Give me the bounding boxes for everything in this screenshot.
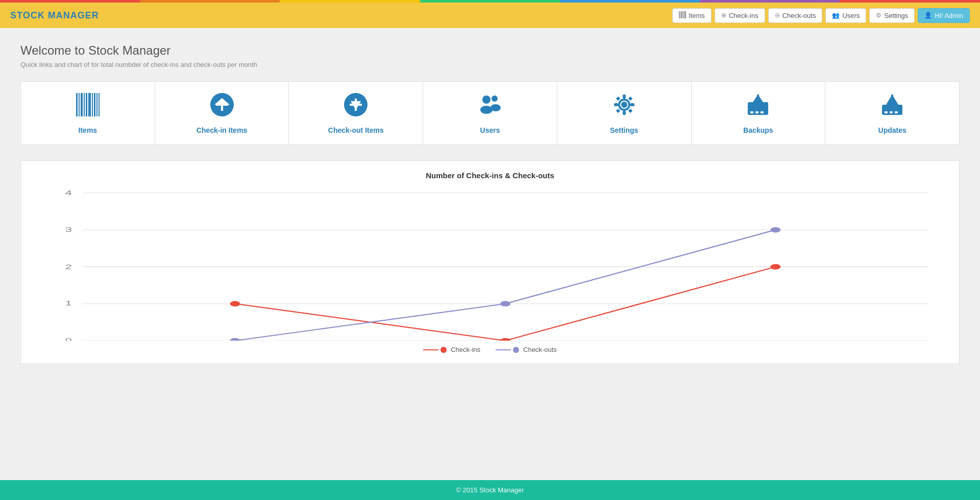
- footer: © 2015 Stock Manager: [0, 480, 980, 500]
- checkin-icon: ⊕: [721, 12, 726, 19]
- nav-items-label: Items: [689, 12, 705, 19]
- checkout-icon: ⊖: [775, 12, 780, 19]
- quick-link-checkin-label: Check-in Items: [197, 126, 248, 134]
- nav-checkouts-button[interactable]: ⊖ Check-outs: [768, 8, 823, 23]
- chart-svg: 4 3 2 1 0 Jun 2015 Jul 2015 Aug 2015: [31, 187, 949, 341]
- quick-link-users-label: Users: [480, 126, 500, 134]
- footer-text: © 2015 Stock Manager: [456, 486, 524, 494]
- svg-rect-10: [86, 93, 87, 116]
- nav-user-label: Hi! Admin: [935, 12, 963, 19]
- quick-link-items-label: Items: [79, 126, 97, 134]
- nav-checkins-label: Check-ins: [729, 12, 758, 19]
- svg-rect-48: [895, 111, 898, 113]
- checkouts-line-legend: [496, 349, 511, 350]
- users-ql-icon: [477, 92, 503, 122]
- legend-checkouts: Check-outs: [496, 346, 557, 353]
- nav-checkouts-label: Check-outs: [782, 12, 816, 19]
- brand-logo: STOCK MANAGER: [10, 10, 99, 21]
- svg-rect-40: [750, 111, 753, 113]
- checkout-ql-icon: [343, 92, 369, 122]
- svg-rect-7: [79, 93, 80, 116]
- svg-rect-1: [680, 11, 681, 18]
- svg-rect-8: [81, 93, 83, 116]
- items-icon: [75, 92, 101, 122]
- svg-rect-46: [885, 111, 888, 113]
- svg-text:3: 3: [65, 226, 72, 233]
- nav-users-button[interactable]: 👥 Users: [825, 8, 866, 23]
- quick-link-backups[interactable]: Backups: [692, 82, 826, 145]
- svg-point-24: [482, 96, 491, 104]
- svg-rect-35: [616, 109, 620, 113]
- updates-ql-icon: [879, 92, 905, 122]
- svg-point-65: [230, 338, 240, 341]
- svg-text:4: 4: [65, 189, 72, 197]
- chart-title: Number of Check-ins & Check-outs: [31, 171, 949, 180]
- checkins-line-legend: [423, 349, 438, 350]
- svg-rect-5: [685, 11, 686, 18]
- svg-point-63: [500, 338, 510, 341]
- svg-rect-11: [88, 93, 91, 116]
- nav-checkins-button[interactable]: ⊕ Check-ins: [715, 8, 765, 23]
- quick-link-checkout-label: Check-out Items: [328, 126, 384, 134]
- users-nav-icon: 👥: [832, 12, 840, 19]
- svg-point-26: [492, 96, 498, 102]
- page-subtitle: Quick links and chart of for total numbd…: [20, 61, 960, 68]
- header: STOCK MANAGER Items ⊕ Check-ins ⊖ Check-…: [0, 3, 980, 28]
- svg-rect-29: [623, 94, 626, 99]
- svg-rect-15: [99, 93, 100, 116]
- svg-rect-6: [76, 93, 78, 116]
- page-title: Welcome to Stock Manager: [20, 43, 960, 58]
- svg-rect-13: [94, 93, 95, 116]
- svg-point-28: [621, 102, 627, 108]
- settings-ql-icon: [611, 92, 637, 122]
- quick-link-settings[interactable]: Settings: [557, 82, 692, 145]
- svg-rect-30: [623, 111, 626, 115]
- checkin-ql-icon: [209, 92, 235, 122]
- chart-legend: Check-ins Check-outs: [31, 346, 949, 353]
- nav-settings-label: Settings: [884, 12, 908, 19]
- quick-link-checkin[interactable]: Check-in Items: [155, 82, 289, 145]
- svg-rect-42: [761, 111, 764, 113]
- svg-point-67: [770, 227, 780, 233]
- svg-text:0: 0: [65, 337, 72, 341]
- quick-link-backups-label: Backups: [743, 126, 773, 134]
- main-content: Welcome to Stock Manager Quick links and…: [0, 28, 980, 480]
- svg-rect-34: [628, 97, 632, 101]
- quick-link-updates[interactable]: Updates: [825, 82, 959, 145]
- gear-nav-icon: ⚙: [876, 12, 881, 19]
- quick-link-updates-label: Updates: [878, 126, 906, 134]
- legend-checkins-label: Check-ins: [451, 346, 480, 353]
- svg-rect-3: [683, 11, 683, 18]
- svg-rect-14: [96, 93, 97, 116]
- svg-rect-4: [684, 11, 685, 18]
- svg-rect-47: [890, 111, 893, 113]
- svg-rect-12: [92, 93, 93, 116]
- chart-container: Number of Check-ins & Check-outs 4 3 2 1…: [20, 160, 960, 364]
- barcode-icon: [679, 11, 686, 20]
- nav-users-label: Users: [842, 12, 860, 19]
- svg-point-64: [770, 264, 780, 270]
- nav-user-button[interactable]: 👤 Hi! Admin: [918, 8, 970, 23]
- user-icon: 👤: [924, 12, 932, 19]
- svg-rect-36: [628, 109, 632, 113]
- backups-ql-icon: [745, 92, 771, 122]
- svg-rect-9: [84, 93, 85, 116]
- nav-items-button[interactable]: Items: [672, 8, 712, 23]
- svg-rect-0: [679, 11, 680, 18]
- svg-rect-2: [681, 11, 682, 18]
- chart-area: 4 3 2 1 0 Jun 2015 Jul 2015 Aug 2015: [31, 187, 949, 341]
- quick-link-items[interactable]: Items: [21, 82, 155, 145]
- svg-point-66: [500, 301, 510, 306]
- quick-link-settings-label: Settings: [610, 126, 638, 134]
- svg-rect-33: [616, 97, 620, 101]
- svg-rect-32: [630, 103, 634, 106]
- nav-settings-button[interactable]: ⚙ Settings: [869, 8, 915, 23]
- quick-link-users[interactable]: Users: [423, 82, 557, 145]
- quick-links-grid: Items Check-in Items: [20, 81, 960, 145]
- checkins-dot-legend: [440, 347, 447, 353]
- svg-text:2: 2: [65, 263, 72, 270]
- quick-link-checkout[interactable]: Check-out Items: [289, 82, 423, 145]
- svg-point-27: [491, 104, 501, 111]
- legend-checkouts-label: Check-outs: [523, 346, 557, 353]
- nav-bar: Items ⊕ Check-ins ⊖ Check-outs 👥 Users ⚙…: [672, 8, 970, 23]
